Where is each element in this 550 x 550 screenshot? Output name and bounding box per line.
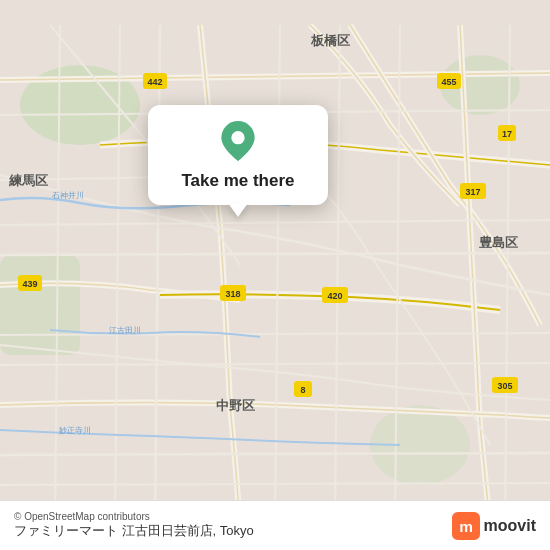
svg-text:17: 17 (502, 129, 512, 139)
svg-text:439: 439 (22, 279, 37, 289)
svg-text:中野区: 中野区 (216, 398, 255, 413)
map-container: 442 441 455 17 317 439 318 420 8 305 板橋区… (0, 0, 550, 550)
svg-point-49 (231, 131, 244, 144)
svg-text:m: m (459, 517, 473, 534)
svg-text:455: 455 (441, 77, 456, 87)
svg-text:板橋区: 板橋区 (310, 33, 350, 48)
bottom-left-info: © OpenStreetMap contributors ファミリーマート 江古… (14, 511, 254, 540)
bottom-bar: © OpenStreetMap contributors ファミリーマート 江古… (0, 500, 550, 550)
moovit-label: moovit (484, 517, 536, 535)
attribution-text: © OpenStreetMap contributors (14, 511, 254, 522)
svg-text:石神井川: 石神井川 (52, 191, 84, 200)
moovit-logo: m moovit (452, 512, 536, 540)
map-pin-icon (218, 121, 258, 161)
svg-text:305: 305 (497, 381, 512, 391)
moovit-icon: m (452, 512, 480, 540)
take-me-there-button[interactable]: Take me there (181, 171, 294, 191)
svg-text:江古田川: 江古田川 (109, 326, 141, 335)
svg-rect-3 (0, 255, 80, 355)
svg-text:318: 318 (225, 289, 240, 299)
svg-text:妙正寺川: 妙正寺川 (59, 426, 91, 435)
svg-text:8: 8 (300, 385, 305, 395)
svg-text:豊島区: 豊島区 (479, 235, 518, 250)
svg-text:練馬区: 練馬区 (8, 173, 48, 188)
svg-text:420: 420 (327, 291, 342, 301)
popup-tail (228, 203, 248, 217)
popup-card: Take me there (148, 105, 328, 205)
svg-text:442: 442 (147, 77, 162, 87)
svg-text:317: 317 (465, 187, 480, 197)
place-name-text: ファミリーマート 江古田日芸前店, Tokyo (14, 522, 254, 540)
